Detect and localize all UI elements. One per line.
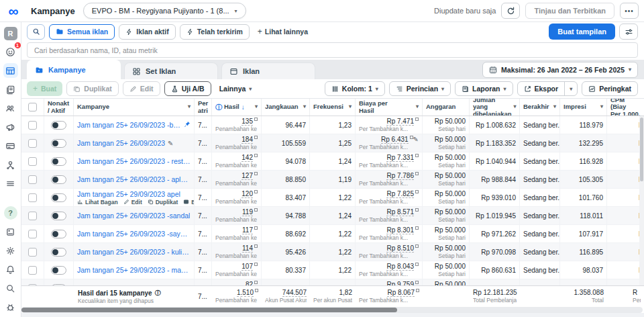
sidebar-item-help[interactable]: ? — [3, 206, 18, 220]
active-toggle[interactable] — [51, 139, 66, 148]
sidebar-item-pages[interactable] — [3, 82, 18, 97]
refresh-button[interactable] — [501, 3, 520, 19]
meta-logo-icon[interactable]: ∞ — [5, 4, 21, 18]
col-header-kampanye[interactable]: Kampanye▾ — [74, 99, 195, 116]
col-header-frekuensi[interactable]: Frekuensi▾ — [310, 99, 356, 116]
sidebar-item-account[interactable]: 1 — [3, 44, 18, 59]
ab-test-button[interactable]: Uji A/B — [164, 81, 211, 96]
edit-action[interactable]: Edit — [123, 199, 142, 206]
reports-dropdown[interactable]: Laporan▾ — [455, 81, 513, 96]
sidebar-item-settings[interactable] — [3, 243, 18, 258]
more-button[interactable]: ••• — [620, 3, 639, 19]
sidebar-item-all-tools[interactable] — [3, 176, 18, 191]
active-toggle[interactable] — [51, 157, 66, 166]
tab-iklan[interactable]: Iklan — [221, 62, 315, 79]
view-settings-button[interactable] — [619, 24, 638, 40]
row-checkbox[interactable] — [28, 175, 37, 184]
breakdown-dropdown[interactable]: Perincian▾ — [389, 81, 451, 96]
avatar[interactable]: R — [4, 27, 17, 40]
table-row[interactable]: Jam tangan 25+ 26/09/2023 -sandal 7... 1… — [21, 207, 644, 225]
sidebar-item-device[interactable] — [3, 224, 18, 239]
active-toggle[interactable] — [51, 175, 66, 184]
col-header-atribusi[interactable]: Per atri — [195, 99, 212, 116]
create-button[interactable]: +Buat — [27, 81, 62, 96]
filter-pill-telah-terkirim[interactable]: Telah terkirim — [180, 24, 250, 40]
active-toggle[interactable] — [51, 248, 66, 257]
campaign-name-link[interactable]: Jam tangan 25+ 26/09/2023 - aplejuice — [77, 175, 191, 183]
account-selector[interactable]: EVPO - BM - Reygiyana Pujiyanto - 1 (8..… — [83, 3, 246, 19]
edit-button[interactable]: Edit — [123, 81, 160, 96]
duplicate-button[interactable]: Duplikat — [66, 81, 118, 96]
campaign-name-link[interactable]: Jam tangan 25+ 26/09/2023 — [77, 139, 165, 147]
table-row[interactable]: Jam tangan 25+ 26/09/2023 -makanan cep..… — [21, 279, 644, 285]
col-header-select[interactable] — [21, 99, 44, 116]
campaign-name-link[interactable]: Jam tangan 25+ 26/09/2023 - kuliner indo… — [77, 248, 191, 256]
filter-pill-semua-iklan[interactable]: Semua iklan — [49, 24, 115, 40]
campaign-name-link[interactable]: Jam tangan 25+ 29/09/2023 apel — [77, 190, 180, 198]
view-charts-action[interactable]: Lihat Bagan — [77, 199, 118, 206]
create-view-button[interactable]: Buat tampilan — [549, 24, 615, 40]
vertical-scrollbar-thumb[interactable] — [640, 118, 643, 181]
sidebar-item-search[interactable] — [3, 281, 18, 296]
campaign-name-link[interactable]: Jam tangan 25+ 29/09/2023 - makan siang — [77, 266, 191, 274]
sidebar-item-business-settings[interactable] — [3, 157, 18, 172]
col-header-jangkauan[interactable]: Jangkauan▾ — [262, 99, 310, 116]
active-toggle[interactable] — [51, 121, 66, 130]
active-toggle[interactable] — [51, 212, 66, 220]
row-checkbox[interactable] — [28, 248, 37, 257]
table-row[interactable]: Jam tangan 25+ 26/09/2023 -sayuran 7... … — [21, 225, 644, 243]
campaign-name-link[interactable]: Jam tangan 25+ 26/09/2023 -sayuran — [77, 230, 191, 238]
row-checkbox[interactable] — [28, 157, 37, 166]
col-header-berakhir[interactable]: Berakhir▾ — [520, 99, 560, 116]
col-header-anggaran[interactable]: Anggaran — [423, 99, 470, 116]
sidebar-item-report-bug[interactable] — [3, 300, 18, 314]
charts-button[interactable]: Peringkat — [582, 81, 638, 96]
sidebar-item-audiences[interactable] — [3, 101, 18, 116]
tab-set-iklan[interactable]: Set Iklan — [124, 62, 218, 79]
col-header-dibelanjakan[interactable]: Jumlah yang dibelanjakan▾ — [470, 99, 520, 116]
tab-kampanye[interactable]: Kampanye — [27, 60, 121, 79]
campaign-name-link[interactable]: Jam tangan 25+ 26/09/2023 - restoran cep… — [77, 157, 191, 165]
row-checkbox[interactable] — [28, 230, 37, 238]
active-toggle[interactable] — [51, 266, 66, 275]
row-checkbox[interactable] — [28, 193, 37, 202]
duplicate-action[interactable]: Duplikat — [148, 199, 178, 206]
row-checkbox[interactable] — [28, 121, 37, 130]
filter-pill-iklan-aktif[interactable]: Iklan aktif — [119, 24, 175, 40]
row-checkbox[interactable] — [28, 266, 37, 275]
sidebar-item-notifications[interactable] — [3, 262, 18, 277]
campaign-name-link[interactable]: Jam tangan 25+ 26/09/2023 -sandal — [77, 212, 190, 220]
table-row[interactable]: Jam tangan 25+ 26/09/2023 - restoran cep… — [21, 152, 644, 171]
sidebar-item-ads-manager[interactable] — [3, 63, 18, 78]
search-input[interactable] — [27, 42, 638, 58]
vertical-scrollbar[interactable] — [639, 116, 644, 285]
table-row[interactable]: Jam tangan 25+ 26/09/2023 ✎ 7... 184Pena… — [21, 134, 644, 152]
search-filter-button[interactable] — [27, 24, 45, 40]
table-row[interactable]: Jam tangan 25+ 26/09/2023 - kuliner indo… — [21, 243, 644, 261]
col-header-cpm[interactable]: CPM (Biay Per 1.000. — [607, 99, 644, 116]
sidebar-item-ads[interactable] — [3, 120, 18, 134]
row-checkbox[interactable] — [28, 212, 37, 220]
horizontal-scrollbar-thumb[interactable] — [21, 308, 397, 312]
table-row[interactable]: Jam tangan 25+ 29/09/2023 - makan siang … — [21, 261, 644, 279]
sidebar-item-billing[interactable] — [3, 138, 18, 153]
col-header-biaya[interactable]: Biaya per Hasil▾ — [356, 99, 423, 116]
active-toggle[interactable] — [51, 284, 66, 286]
campaign-name-link[interactable]: Jam tangan 25+ 26/09/2023 -buah — [77, 121, 181, 129]
edit-pencil-icon[interactable]: ✎ — [168, 140, 173, 147]
more-actions-dropdown[interactable]: Lainnya▾ — [215, 81, 256, 96]
table-row[interactable]: Jam tangan 25+ 26/09/2023 -buah 7... 135… — [21, 116, 644, 134]
col-header-impresi[interactable]: Impresi▾ — [560, 99, 607, 116]
active-toggle[interactable] — [51, 230, 66, 238]
banner-action[interactable]: Ban — [183, 199, 195, 206]
table-row[interactable]: Jam tangan 25+ 26/09/2023 - aplejuice 7.… — [21, 171, 644, 189]
columns-dropdown[interactable]: Kolom: 1▾ — [325, 81, 385, 96]
col-header-hasil[interactable]: ⓘHasil↓▾ — [212, 99, 262, 116]
export-options-dropdown[interactable]: ▾ — [564, 82, 577, 95]
row-checkbox[interactable] — [28, 139, 37, 148]
review-publish-button[interactable]: Tinjau dan Terbitkan — [525, 3, 614, 19]
edit-budget-pencil-icon[interactable]: ✎ — [413, 136, 419, 143]
table-row[interactable]: Jam tangan 25+ 29/09/2023 apel Lihat Bag… — [21, 189, 644, 207]
date-range-selector[interactable]: Maksimal: 26 Jan 2022 – 26 Feb 2025 ▾ — [482, 62, 638, 78]
more-filters-button[interactable]: + Lihat lainnya — [254, 27, 312, 36]
